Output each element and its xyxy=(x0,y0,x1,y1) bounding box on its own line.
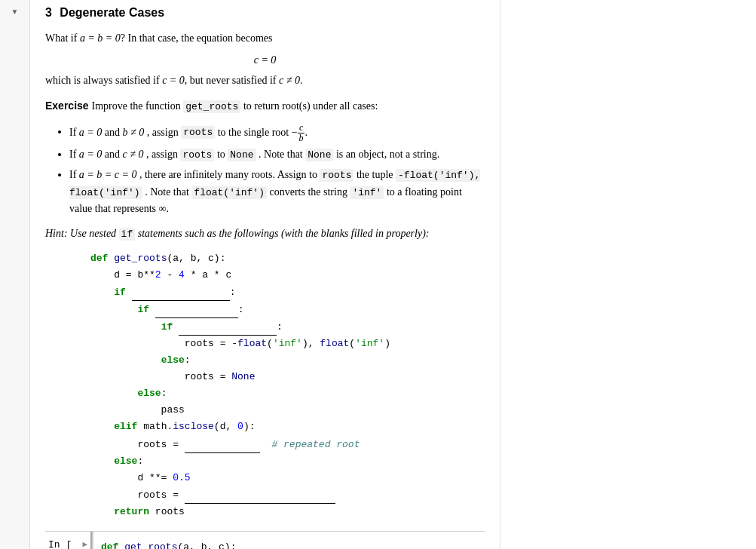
bullet-list: If a = 0 and b ≠ 0 , assign roots to the… xyxy=(69,123,485,218)
comment-repeated: # repeated root xyxy=(271,439,360,450)
b3-prefix: If xyxy=(69,169,79,180)
blank4 xyxy=(185,436,260,453)
run-indicator[interactable]: ▶ xyxy=(82,539,87,549)
inf-str1: 'inf' xyxy=(273,338,302,349)
if-kw1: if xyxy=(114,287,126,298)
return-kw: return xyxy=(114,506,149,517)
b2-text5: is an object, not a string. xyxy=(336,149,439,160)
satisfied-text3: . xyxy=(300,75,303,86)
section-title-text: Degenerate Cases xyxy=(60,6,164,19)
main-content: 3 Degenerate Cases What if a = b = 0? In… xyxy=(30,0,500,549)
b2-code2: None xyxy=(228,149,256,161)
b3-code4: 'inf' xyxy=(350,186,384,199)
inf-str2: 'inf' xyxy=(355,338,384,349)
num-05: 0.5 xyxy=(173,472,190,483)
else-kw3: else xyxy=(114,455,137,467)
blank5 xyxy=(185,486,335,504)
hint-code-block: def get_roots(a, b, c): d = b**2 - 4 * a… xyxy=(90,250,485,521)
b1-period: . xyxy=(305,126,308,137)
b3-text4: converts the string xyxy=(269,186,350,198)
intro-math: a = b = 0 xyxy=(80,32,121,44)
hint-if-code: if xyxy=(119,228,136,241)
bullet-2: If a = 0 and c ≠ 0 , assign roots to Non… xyxy=(69,146,485,164)
elif-kw: elif xyxy=(114,421,137,432)
intro-text: What if xyxy=(45,32,80,44)
exercise-text: Improve the function xyxy=(92,100,184,112)
b2-text1: and xyxy=(105,149,123,160)
satisfied-text2: , but never satisfied if xyxy=(185,75,279,86)
get-roots-inline: get_roots xyxy=(183,100,240,113)
cell-label: In [ ]: ▶ xyxy=(45,532,90,549)
isclose-fn: isclose xyxy=(173,421,214,432)
b2-text2: , assign xyxy=(146,149,181,160)
b2-math2: c ≠ 0 xyxy=(123,149,144,160)
if-kw3: if xyxy=(161,321,173,333)
b1-code1: roots xyxy=(181,126,215,139)
hint-label: Hint: xyxy=(45,228,70,239)
cell-def-kw: def xyxy=(101,541,118,549)
b1-prefix: If xyxy=(69,126,79,137)
section-number: 3 xyxy=(45,6,52,19)
b3-code3: float('inf') xyxy=(191,186,267,199)
equation-block: c = 0 xyxy=(45,54,485,66)
equation-equals: = 0 xyxy=(259,54,276,66)
b3-math1: a = b = c = 0 xyxy=(79,169,137,180)
zero: 0 xyxy=(237,421,243,432)
intro-paragraph: What if a = b = 0? In that case, the equ… xyxy=(45,30,485,47)
hint-text: Use nested xyxy=(70,228,119,239)
b3-text2: the tuple xyxy=(357,169,396,180)
bullet-1: If a = 0 and b ≠ 0 , assign roots to the… xyxy=(69,123,485,143)
blank1 xyxy=(132,284,230,301)
cell-in-label: In [ ]: xyxy=(48,539,81,549)
float-fn1: float xyxy=(237,338,267,349)
satisfied-paragraph: which is always satisfied if c = 0, but … xyxy=(45,72,485,89)
intro-text2: ? In that case, the equation becomes xyxy=(121,32,273,44)
left-gutter: ▼ xyxy=(0,0,30,549)
b1-fraction: cb xyxy=(298,123,305,143)
satisfied-text1: which is always satisfied if xyxy=(45,75,162,86)
satisfied-math1: c = 0 xyxy=(162,75,185,86)
b1-text3: to the single root − xyxy=(218,126,298,137)
exercise-text2: to return root(s) under all cases: xyxy=(243,100,378,112)
cell-fn-name: get_roots xyxy=(124,541,177,549)
num-4: 4 xyxy=(179,269,185,281)
b1-text2: , assign xyxy=(147,126,182,137)
num-2: 2 xyxy=(155,269,161,281)
b2-text3: to xyxy=(217,149,228,160)
collapse-arrow[interactable]: ▼ xyxy=(11,8,19,16)
b2-math1: a = 0 xyxy=(79,149,102,160)
b2-code3: None xyxy=(305,149,333,161)
b3-text1: , there are infinitely many roots. Assig… xyxy=(139,169,320,180)
float-fn2: float xyxy=(320,338,349,349)
blank3 xyxy=(179,318,277,336)
b1-text1: and xyxy=(105,126,123,137)
b1-math1: a = 0 xyxy=(79,126,102,137)
fn-name: get_roots xyxy=(114,253,167,264)
else-kw1: else xyxy=(161,354,185,366)
b3-code1: roots xyxy=(320,169,354,182)
b1-math2: b ≠ 0 xyxy=(123,126,145,137)
blank2 xyxy=(155,301,238,318)
params: a, b, c xyxy=(173,253,214,264)
code-cell: In [ ]: ▶ def get_roots(a, b, c): d = b*… xyxy=(45,531,485,549)
none-val: None xyxy=(231,371,255,382)
section-title: 3 Degenerate Cases xyxy=(45,6,485,20)
b2-prefix: If xyxy=(69,149,79,160)
cell-code[interactable]: def get_roots(a, b, c): d = b**2 - 4 * a… xyxy=(92,532,485,549)
b3-text3: . Note that xyxy=(145,186,191,198)
b2-code1: roots xyxy=(180,149,214,161)
hint-paragraph: Hint: Use nested if statements such as t… xyxy=(45,225,485,243)
cell-params: a, b, c xyxy=(183,541,225,549)
right-panel xyxy=(500,0,756,549)
def-keyword: def xyxy=(90,253,108,264)
exercise-label: Exercise xyxy=(45,100,92,112)
bullet-3: If a = b = c = 0 , there are infinitely … xyxy=(69,167,485,218)
b2-text4: . Note that xyxy=(259,149,305,160)
exercise-paragraph: Exercise Improve the function get_roots … xyxy=(45,97,485,115)
else-kw2: else xyxy=(137,388,161,399)
if-kw2: if xyxy=(137,304,149,315)
satisfied-math2: c ≠ 0 xyxy=(279,75,300,86)
hint-text2: statements such as the followings (with … xyxy=(138,228,430,239)
